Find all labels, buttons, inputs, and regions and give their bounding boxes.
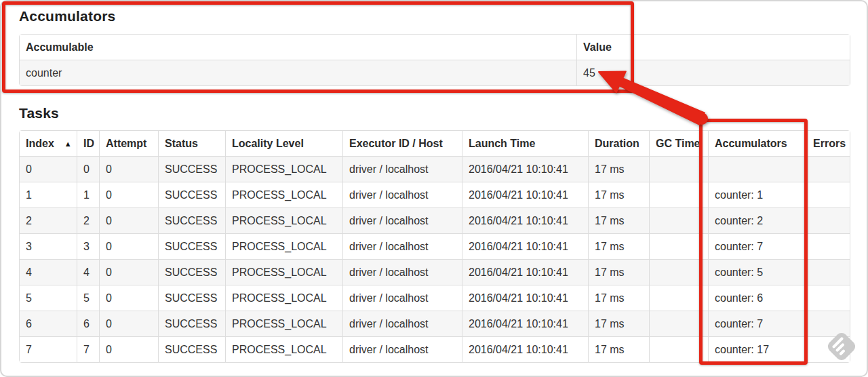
column-header-label: Executor ID / Host (349, 138, 443, 149)
table-cell: driver / localhost (342, 207, 462, 233)
table-cell: PROCESS_LOCAL (225, 182, 342, 207)
table-cell: 2 (77, 207, 99, 233)
table-cell (806, 182, 850, 207)
table-cell: 17 ms (588, 285, 649, 311)
table-cell: 17 ms (588, 336, 649, 362)
column-header-accumulators[interactable]: Accumulators (708, 131, 806, 156)
table-cell (806, 207, 850, 233)
table-cell: 17 ms (588, 233, 649, 259)
table-cell: 2016/04/21 10:10:41 (462, 233, 588, 259)
table-cell: counter: 7 (708, 311, 806, 336)
table-cell: 0 (99, 285, 158, 311)
table-cell (649, 336, 708, 362)
column-header-locality-level[interactable]: Locality Level (225, 131, 342, 156)
column-header-gc-time[interactable]: GC Time (649, 131, 708, 156)
table-cell: 0 (99, 336, 158, 362)
table-cell: SUCCESS (158, 311, 225, 336)
table-cell: driver / localhost (342, 311, 462, 336)
table-cell (806, 259, 850, 285)
column-header-duration[interactable]: Duration (588, 131, 649, 156)
column-header-index[interactable]: Index▲ (20, 131, 77, 156)
table-cell (806, 233, 850, 259)
table-cell: 6 (20, 311, 77, 336)
column-header-errors[interactable]: Errors (806, 131, 850, 156)
table-cell: driver / localhost (342, 156, 462, 182)
table-cell (806, 285, 850, 311)
table-cell: 1 (77, 182, 99, 207)
table-cell (806, 311, 850, 336)
table-cell: SUCCESS (158, 233, 225, 259)
table-cell: PROCESS_LOCAL (225, 233, 342, 259)
table-cell: SUCCESS (158, 182, 225, 207)
table-cell: 0 (99, 207, 158, 233)
table-cell (649, 182, 708, 207)
table-cell: counter: 17 (708, 336, 806, 362)
table-cell: 2016/04/21 10:10:41 (462, 311, 588, 336)
table-row: 330SUCCESSPROCESS_LOCALdriver / localhos… (20, 233, 850, 259)
table-cell: 3 (77, 233, 99, 259)
table-cell: 5 (20, 285, 77, 311)
column-header-label: Value (583, 41, 612, 53)
table-cell: 2 (20, 207, 77, 233)
table-cell: SUCCESS (158, 156, 225, 182)
table-cell: SUCCESS (158, 336, 225, 362)
table-cell (649, 233, 708, 259)
table-row: 110SUCCESSPROCESS_LOCALdriver / localhos… (20, 182, 850, 207)
sort-ascending-icon: ▲ (64, 140, 72, 148)
table-cell: 0 (99, 311, 158, 336)
table-cell: PROCESS_LOCAL (225, 156, 342, 182)
table-cell: SUCCESS (158, 259, 225, 285)
table-cell: 2016/04/21 10:10:41 (462, 336, 588, 362)
table-cell: counter: 7 (708, 233, 806, 259)
table-cell: 1 (20, 182, 77, 207)
table-cell (806, 156, 850, 182)
column-header-status[interactable]: Status (158, 131, 225, 156)
column-header-label: Attempt (106, 138, 146, 149)
table-cell: 2016/04/21 10:10:41 (462, 285, 588, 311)
table-cell: 6 (77, 311, 99, 336)
table-cell: counter: 1 (708, 182, 806, 207)
table-row: 000SUCCESSPROCESS_LOCALdriver / localhos… (20, 156, 850, 182)
table-cell: 2016/04/21 10:10:41 (462, 259, 588, 285)
column-header-accumulable[interactable]: Accumulable (20, 35, 576, 60)
table-cell: counter: 5 (708, 259, 806, 285)
tasks-section-heading: Tasks (19, 104, 849, 121)
table-cell: 2016/04/21 10:10:41 (462, 182, 588, 207)
table-cell: 17 ms (588, 182, 649, 207)
table-cell: driver / localhost (342, 182, 462, 207)
column-header-executor-id-host[interactable]: Executor ID / Host (342, 131, 462, 156)
table-cell: 7 (77, 336, 99, 362)
table-cell: counter (20, 60, 576, 85)
table-cell: 2016/04/21 10:10:41 (462, 156, 588, 182)
table-cell: driver / localhost (342, 285, 462, 311)
column-header-label: Accumulators (715, 138, 787, 149)
table-cell: PROCESS_LOCAL (225, 207, 342, 233)
table-row: 550SUCCESSPROCESS_LOCALdriver / localhos… (20, 285, 850, 311)
table-cell: PROCESS_LOCAL (225, 259, 342, 285)
column-header-id[interactable]: ID (77, 131, 99, 156)
table-cell: 3 (20, 233, 77, 259)
table-cell: 17 ms (588, 311, 649, 336)
accumulators-section-heading: Accumulators (19, 0, 849, 24)
column-header-label: Errors (813, 138, 846, 149)
table-cell: 4 (20, 259, 77, 285)
column-header-label: Index (26, 138, 54, 149)
table-cell (708, 156, 806, 182)
column-header-value[interactable]: Value (576, 35, 850, 60)
column-header-label: Status (165, 138, 198, 149)
column-header-label: ID (83, 138, 94, 149)
table-cell: SUCCESS (158, 285, 225, 311)
table-cell: driver / localhost (342, 233, 462, 259)
accumulators-table: AccumulableValuecounter45 (19, 34, 850, 86)
column-header-label: Accumulable (26, 41, 94, 53)
table-cell: driver / localhost (342, 336, 462, 362)
column-header-label: Locality Level (232, 138, 304, 149)
table-cell (649, 311, 708, 336)
table-cell: PROCESS_LOCAL (225, 336, 342, 362)
table-cell (649, 207, 708, 233)
table-cell: 0 (20, 156, 77, 182)
column-header-attempt[interactable]: Attempt (99, 131, 158, 156)
table-cell: 45 (576, 60, 850, 85)
column-header-label: Duration (595, 138, 639, 149)
column-header-launch-time[interactable]: Launch Time (462, 131, 588, 156)
